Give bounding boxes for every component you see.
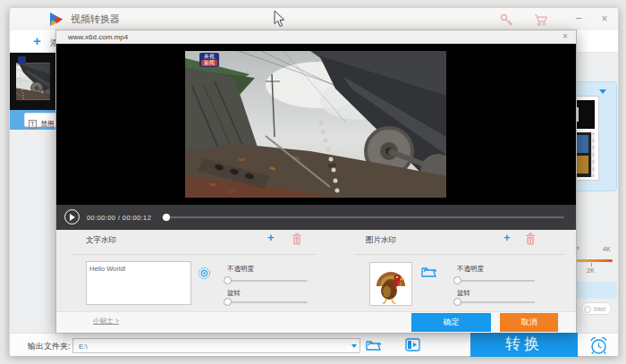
preview-folder-icon[interactable] bbox=[405, 338, 421, 351]
clip-thumbnail[interactable] bbox=[10, 53, 56, 110]
text-watermark-add-button[interactable]: + bbox=[267, 231, 275, 244]
add-file-icon[interactable]: + bbox=[33, 33, 41, 48]
intel-logo-icon bbox=[584, 306, 591, 313]
output-folder-label: 输出文件夹: bbox=[28, 341, 71, 352]
text-rotate-label: 旋转 bbox=[227, 289, 241, 298]
minimize-button[interactable]: – bbox=[570, 10, 588, 26]
play-icon bbox=[70, 214, 75, 221]
output-path-value: E:\ bbox=[79, 343, 88, 351]
image-watermark-add-button[interactable]: + bbox=[503, 231, 511, 244]
image-rotate-slider[interactable] bbox=[457, 301, 535, 303]
cctv-logo-line2: 新闻 bbox=[201, 60, 217, 66]
confirm-button[interactable]: 确定 bbox=[411, 313, 491, 332]
text-tool-label: 禁用 bbox=[40, 120, 54, 128]
cancel-button[interactable]: 取消 bbox=[500, 313, 558, 332]
format-dropdown-icon[interactable] bbox=[599, 89, 606, 94]
thumbnail-logo bbox=[18, 56, 26, 63]
divider bbox=[72, 254, 316, 255]
image-opacity-handle[interactable] bbox=[453, 276, 461, 284]
playback-time: 00:00:00 / 00:00:12 bbox=[87, 214, 151, 222]
store-cart-icon[interactable] bbox=[534, 13, 548, 27]
image-rotate-handle[interactable] bbox=[453, 298, 461, 306]
text-rotate-handle[interactable] bbox=[224, 298, 232, 306]
text-disable-chip[interactable]: T 禁用 bbox=[24, 113, 56, 127]
video-preview[interactable]: 央视 新闻 bbox=[56, 44, 576, 205]
dialog-close-icon[interactable]: × bbox=[559, 31, 571, 42]
image-opacity-slider[interactable] bbox=[457, 280, 535, 282]
dialog-title-bar: www.x6d.com.mp4 × bbox=[56, 30, 576, 44]
image-opacity-label: 不透明度 bbox=[457, 265, 484, 274]
register-key-icon[interactable] bbox=[500, 13, 513, 27]
intel-badge: Intel bbox=[581, 302, 612, 315]
combobox-arrow-icon[interactable] bbox=[351, 344, 357, 348]
play-button[interactable] bbox=[64, 209, 80, 224]
quality-tick bbox=[591, 263, 592, 267]
close-button[interactable]: × bbox=[596, 11, 613, 27]
seek-handle[interactable] bbox=[163, 214, 170, 221]
schedule-alarm-icon[interactable] bbox=[588, 336, 609, 355]
app-logo-icon bbox=[48, 13, 64, 26]
mouse-cursor bbox=[274, 11, 286, 29]
screen: 视频转换器 – × + 添加 bbox=[0, 0, 626, 364]
video-frame bbox=[185, 51, 446, 198]
divider bbox=[354, 254, 564, 255]
watermark-text-input[interactable]: Hello World! bbox=[86, 261, 191, 305]
turkey-image bbox=[373, 265, 409, 304]
image-watermark-delete-icon[interactable] bbox=[525, 233, 536, 245]
intel-label: Intel bbox=[594, 306, 605, 312]
text-rotate-slider[interactable] bbox=[227, 301, 308, 303]
browse-image-folder-icon[interactable] bbox=[421, 266, 437, 278]
watermark-dialog: www.x6d.com.mp4 × 央视 新闻 00:00:00 / 00:00… bbox=[55, 30, 577, 333]
text-opacity-handle[interactable] bbox=[224, 276, 232, 284]
text-opacity-slider[interactable] bbox=[227, 280, 308, 282]
image-watermark-header: 图片水印 bbox=[366, 235, 396, 246]
text-tool-row[interactable]: T 禁用 bbox=[10, 110, 56, 130]
seek-bar[interactable] bbox=[162, 216, 564, 218]
app-title: 视频转换器 bbox=[71, 13, 120, 26]
watermark-image-preview bbox=[369, 262, 412, 306]
image-rotate-label: 旋转 bbox=[457, 289, 470, 298]
title-bar: 视频转换器 – × bbox=[10, 8, 618, 30]
output-path-combobox[interactable]: E:\ bbox=[72, 338, 360, 353]
position-target-icon[interactable] bbox=[198, 267, 211, 280]
bottom-bar: 输出文件夹: E:\ 转换 bbox=[10, 333, 618, 356]
text-watermark-header: 文字水印 bbox=[86, 235, 116, 246]
dialog-footer bbox=[56, 311, 576, 333]
text-watermark-delete-icon[interactable] bbox=[292, 233, 302, 245]
resolution-right-label: 4K bbox=[603, 246, 611, 252]
convert-button[interactable]: 转换 bbox=[470, 333, 578, 357]
resolution-mid-label: 2K bbox=[587, 267, 595, 274]
text-opacity-label: 不透明度 bbox=[227, 265, 254, 274]
player-controls: 00:00:00 / 00:00:12 bbox=[56, 205, 576, 230]
tips-link[interactable]: 小贴士 > bbox=[93, 317, 119, 326]
cctv-news-logo: 央视 新闻 bbox=[199, 53, 219, 67]
cctv-logo-line1: 央视 bbox=[201, 54, 217, 60]
open-folder-icon[interactable] bbox=[366, 339, 382, 351]
text-tool-icon: T bbox=[29, 120, 37, 129]
dialog-title: www.x6d.com.mp4 bbox=[68, 33, 128, 41]
